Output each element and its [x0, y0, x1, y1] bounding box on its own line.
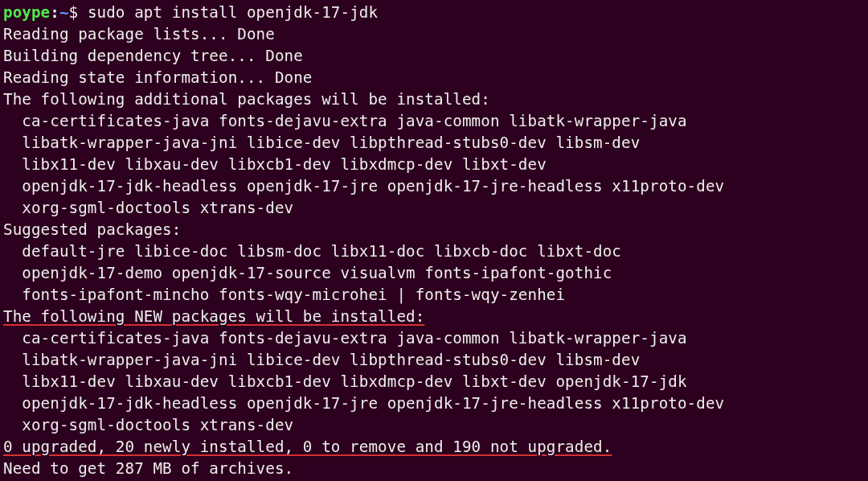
typed-command: sudo apt install openjdk-17-jdk: [88, 3, 378, 22]
output-line: default-jre libice-doc libsm-doc libx11-…: [3, 242, 621, 261]
output-line: libatk-wrapper-java-jni libice-dev libpt…: [3, 134, 640, 152]
prompt-path: ~: [59, 3, 69, 22]
output-line: xorg-sgml-doctools xtrans-dev: [3, 416, 293, 434]
output-line: fonts-ipafont-mincho fonts-wqy-microhei …: [3, 286, 565, 304]
prompt-user: poype: [3, 3, 50, 22]
output-line: Suggested packages:: [3, 220, 181, 239]
output-line: Building dependency tree... Done: [3, 47, 303, 65]
highlighted-line-new-packages: The following NEW packages will be insta…: [3, 307, 424, 326]
output-line: openjdk-17-demo openjdk-17-source visual…: [3, 264, 612, 282]
output-line: openjdk-17-jdk-headless openjdk-17-jre o…: [3, 394, 724, 413]
prompt-dollar: $: [69, 3, 88, 22]
output-line: libx11-dev libxau-dev libxcb1-dev libxdm…: [3, 155, 547, 174]
output-line: Reading package lists... Done: [3, 25, 275, 43]
output-line: ca-certificates-java fonts-dejavu-extra …: [3, 112, 687, 130]
output-line: The following additional packages will b…: [3, 90, 490, 109]
output-line: Reading state information... Done: [3, 68, 313, 87]
output-line: libatk-wrapper-java-jni libice-dev libpt…: [3, 351, 640, 369]
output-line: xorg-sgml-doctools xtrans-dev: [3, 199, 293, 217]
output-line: libx11-dev libxau-dev libxcb1-dev libxdm…: [3, 372, 687, 391]
output-line: openjdk-17-jdk-headless openjdk-17-jre o…: [3, 177, 724, 195]
highlighted-line-summary: 0 upgraded, 20 newly installed, 0 to rem…: [3, 438, 612, 456]
output-line: ca-certificates-java fonts-dejavu-extra …: [3, 329, 687, 347]
terminal-output[interactable]: poype:~$ sudo apt install openjdk-17-jdk…: [0, 0, 868, 481]
output-line: Need to get 287 MB of archives.: [3, 459, 293, 478]
prompt-colon: :: [50, 3, 59, 22]
